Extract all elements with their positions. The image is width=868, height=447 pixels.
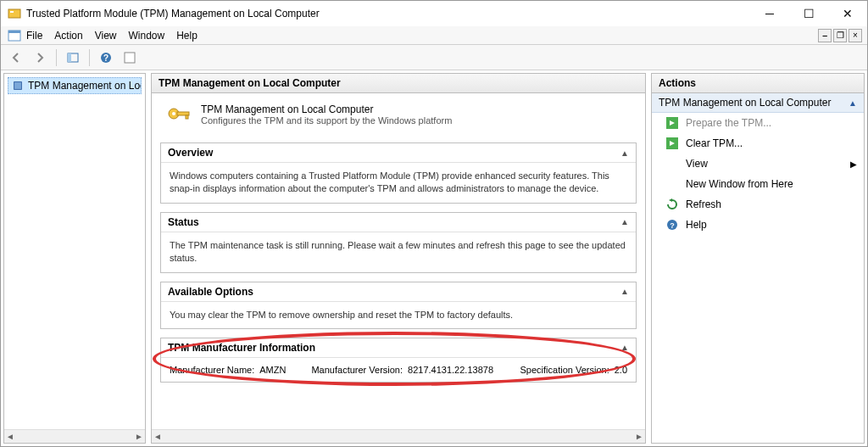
arrow-right-icon [665, 116, 679, 130]
intro-block: TPM Management on Local Computer Configu… [160, 100, 637, 134]
status-body: The TPM maintenance task is still runnin… [161, 232, 636, 272]
overview-section: Overview ▲ Windows computers containing … [160, 142, 637, 204]
spec-version-label: Specification Version: [520, 365, 609, 375]
toolbar-separator [56, 49, 57, 66]
action-clear-tpm[interactable]: Clear TPM... [652, 133, 864, 154]
refresh-icon [665, 198, 679, 211]
action-label: Prepare the TPM... [686, 117, 771, 129]
available-options-header[interactable]: Available Options ▲ [161, 282, 636, 302]
menu-bar: File Action View Window Help ‒ ❐ × [1, 26, 867, 45]
help-button[interactable]: ? [96, 47, 116, 68]
menu-file[interactable]: File [26, 30, 42, 42]
svg-rect-0 [8, 9, 20, 18]
app-icon [8, 7, 21, 20]
horizontal-scrollbar[interactable]: ◄► [152, 429, 645, 443]
menu-view[interactable]: View [95, 30, 117, 42]
overview-header[interactable]: Overview ▲ [161, 143, 636, 163]
intro-subtitle: Configures the TPM and its support by th… [201, 115, 452, 126]
mfr-name-value: AMZN [259, 365, 286, 375]
submenu-arrow-icon: ▶ [850, 159, 857, 169]
key-icon [165, 103, 192, 131]
manufacturer-header-label: TPM Manufacturer Information [168, 342, 315, 354]
content-pane: TPM Management on Local Computer TPM Man… [151, 73, 646, 444]
title-bar: Trusted Platform Module (TPM) Management… [1, 1, 867, 26]
horizontal-scrollbar[interactable]: ◄► [4, 429, 145, 443]
action-view[interactable]: View ▶ [652, 154, 864, 174]
mmc-icon [8, 29, 21, 42]
blank-icon [665, 157, 679, 170]
show-hide-tree-button[interactable] [63, 47, 83, 68]
intro-title: TPM Management on Local Computer [201, 103, 452, 115]
svg-text:?: ? [103, 53, 108, 63]
action-label: New Window from Here [686, 178, 793, 190]
svg-rect-1 [10, 11, 14, 13]
overview-header-label: Overview [168, 147, 213, 159]
mdi-restore-button[interactable]: ❐ [833, 29, 847, 42]
toolbar-separator [89, 49, 90, 66]
status-header[interactable]: Status ▲ [161, 213, 636, 232]
action-label: View [686, 158, 708, 170]
window-title: Trusted Platform Module (TPM) Management… [26, 8, 750, 20]
manufacturer-details: Manufacturer Name: AMZN Manufacturer Ver… [161, 358, 636, 382]
svg-rect-12 [177, 112, 189, 115]
menu-window[interactable]: Window [129, 30, 165, 42]
action-prepare-tpm[interactable]: Prepare the TPM... [652, 113, 864, 133]
status-section: Status ▲ The TPM maintenance task is sti… [160, 212, 637, 273]
available-options-section: Available Options ▲ You may clear the TP… [160, 282, 637, 329]
svg-point-11 [172, 112, 175, 115]
action-help[interactable]: ? Help [652, 215, 864, 235]
mdi-close-button[interactable]: × [849, 29, 862, 42]
manufacturer-header[interactable]: TPM Manufacturer Information ▲ [161, 338, 636, 358]
tree-root-item[interactable]: TPM Management on Local Comp [8, 77, 142, 94]
svg-rect-13 [186, 115, 188, 119]
actions-group-label: TPM Management on Local Computer [659, 97, 831, 109]
minimize-button[interactable]: ─ [750, 1, 789, 26]
toolbar: ? [1, 45, 867, 70]
action-label: Clear TPM... [686, 137, 743, 149]
maximize-button[interactable]: ☐ [789, 1, 828, 26]
tree-view[interactable]: TPM Management on Local Comp [4, 74, 145, 429]
collapse-icon: ▲ [620, 343, 629, 352]
back-button[interactable] [6, 47, 26, 68]
action-label: Refresh [686, 198, 721, 210]
action-label: Help [686, 219, 707, 231]
svg-rect-8 [125, 53, 135, 63]
menu-action[interactable]: Action [54, 30, 82, 42]
forward-button[interactable] [30, 47, 50, 68]
available-options-header-label: Available Options [168, 286, 253, 298]
arrow-right-icon [665, 137, 679, 150]
close-button[interactable]: ✕ [828, 1, 867, 26]
overview-body: Windows computers containing a Trusted P… [161, 163, 636, 203]
tpm-chip-icon [12, 80, 24, 92]
collapse-icon: ▲ [849, 98, 857, 108]
blank-icon [665, 177, 679, 191]
available-options-body: You may clear the TPM to remove ownershi… [161, 302, 636, 328]
svg-rect-3 [8, 31, 20, 33]
svg-rect-9 [14, 82, 22, 90]
mfr-version-value: 8217.4131.22.13878 [408, 365, 493, 375]
content-title: TPM Management on Local Computer [152, 74, 645, 93]
collapse-icon: ▲ [620, 148, 629, 158]
spec-version-value: 2.0 [615, 365, 627, 375]
collapse-icon: ▲ [620, 217, 629, 226]
manufacturer-section: TPM Manufacturer Information ▲ Manufactu… [160, 338, 637, 383]
actions-group-header[interactable]: TPM Management on Local Computer ▲ [652, 93, 864, 113]
help-icon: ? [665, 218, 679, 232]
status-header-label: Status [168, 216, 199, 228]
tree-pane: TPM Management on Local Comp ◄► [3, 73, 146, 444]
actions-pane: Actions TPM Management on Local Computer… [651, 73, 865, 444]
toolbar-extra-button[interactable] [120, 47, 140, 68]
actions-title: Actions [652, 74, 864, 93]
svg-text:?: ? [670, 221, 675, 230]
menu-help[interactable]: Help [176, 30, 198, 42]
action-new-window[interactable]: New Window from Here [652, 174, 864, 194]
action-refresh[interactable]: Refresh [652, 194, 864, 215]
mfr-name-label: Manufacturer Name: [170, 365, 254, 375]
mfr-version-label: Manufacturer Version: [311, 365, 403, 375]
tree-root-label: TPM Management on Local Comp [28, 80, 142, 92]
collapse-icon: ▲ [620, 287, 629, 296]
svg-rect-5 [68, 53, 71, 62]
mdi-minimize-button[interactable]: ‒ [818, 29, 832, 42]
